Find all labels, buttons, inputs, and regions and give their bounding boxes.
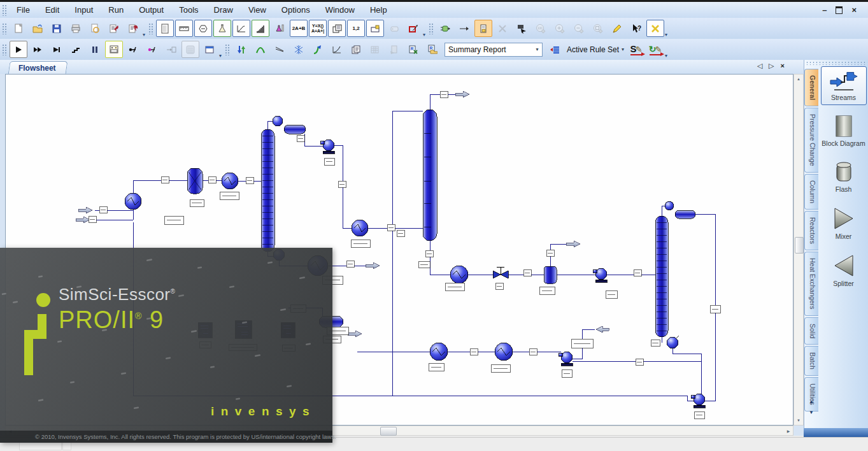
palette-tab-batch[interactable]: Batch [804,346,818,376]
tab-scroll-right-button[interactable]: ▷ [769,62,774,70]
palette-tab-solid[interactable]: Solid [804,317,818,345]
menu-tools[interactable]: Tools [171,3,206,17]
run-data-table-button[interactable] [513,20,530,37]
toolbar-grip-handle[interactable] [2,44,7,55]
report-format-select[interactable]: Summary Report ▾ [445,43,543,57]
step-button[interactable] [48,41,66,58]
line-plot-button[interactable] [232,20,250,37]
palette-tab-reactors[interactable]: Reactors [804,211,818,250]
case-study-button[interactable] [328,20,346,37]
run-stepwise-button[interactable] [67,41,85,58]
phase-envelope-button[interactable] [252,41,269,58]
calculator-button[interactable]: Y=X()A=A+| [309,20,327,37]
report-list-button[interactable] [546,41,564,58]
zoom-in-button[interactable] [551,20,569,37]
report-to-excel-button[interactable]: R [404,41,422,58]
palette-item-splitter[interactable]: Splitter [821,250,867,291]
add-unit-button[interactable] [436,20,454,37]
toolbar-overflow-button[interactable]: ▾ [143,32,145,38]
menu-draw[interactable]: Draw [206,3,241,17]
bar-chart-button[interactable] [252,20,269,37]
assay-button[interactable] [271,20,288,37]
window-view-button[interactable] [201,41,218,58]
toolbar-overflow-button[interactable]: ▾ [665,53,667,59]
spreadsheet-view-button[interactable] [366,41,384,58]
print-button[interactable] [67,20,85,37]
update-rules-button[interactable]: ↻✎ [646,44,665,55]
print-preview-button[interactable] [86,20,104,37]
connect-unit-button[interactable] [162,41,180,58]
context-help-button[interactable]: ? [627,20,645,37]
zoom-window-button[interactable] [589,20,607,37]
sequence-button[interactable]: 1,2 [347,20,365,37]
tab-flowsheet[interactable]: Flowsheet [8,61,68,75]
thermodynamic-data-button[interactable] [213,20,231,37]
tpxy-plot-button[interactable] [309,41,327,58]
scroll-up-button[interactable]: ▲ [794,75,803,83]
menubar-grip-handle[interactable] [2,4,7,16]
palette-item-mixer[interactable]: Mixer [821,203,867,244]
menu-file[interactable]: File [9,3,38,17]
palette-item-flash[interactable]: Flash [821,157,867,197]
tab-close-button[interactable]: × [781,62,785,70]
run-all-button[interactable] [29,41,46,58]
distillation-column-1[interactable] [261,129,274,252]
palette-tab-column[interactable]: Column [804,174,818,210]
measurement-units-button[interactable] [175,20,193,37]
palette-item-block-diagram[interactable]: Block Diagram [821,111,867,151]
menu-output[interactable]: Output [131,3,171,17]
palette-tab-heat-exchangers[interactable]: Heat Exchangers [804,252,818,316]
flowsheet-settings-button[interactable] [366,20,384,37]
active-rule-set-select[interactable]: Active Rule Set ▾ [564,45,627,54]
menu-options[interactable]: Options [274,3,318,17]
palette-item-streams[interactable]: Streams [821,66,867,105]
tab-scroll-left-button[interactable]: ◁ [757,62,762,70]
control-valve[interactable] [493,267,508,278]
chevron-down-icon[interactable]: ▾ [532,44,542,55]
report-to-file-button[interactable]: R [423,41,441,58]
new-file-button[interactable] [10,20,27,37]
pumps[interactable] [320,140,705,408]
vertical-scroll-thumb[interactable] [795,237,804,254]
menu-help[interactable]: Help [362,3,395,17]
reaction-data-button[interactable]: 2A+B [290,20,308,37]
palette-scroll-down-button[interactable]: ▼ [809,410,814,415]
uom-convert-button[interactable] [232,41,250,58]
pause-button[interactable] [86,41,104,58]
scroll-right-button[interactable]: ▶ [784,426,793,435]
curve-plot-button[interactable] [328,41,346,58]
edit-specs-button[interactable]: S✎ [627,44,646,55]
open-file-button[interactable] [29,20,46,37]
label-tool-button[interactable] [385,20,403,37]
horizontal-scroll-thumb[interactable] [380,427,397,436]
draw-annotation-button[interactable] [404,20,422,37]
toolbar-grip-handle[interactable] [2,23,7,34]
toolbar-grip-handle[interactable] [148,23,153,34]
add-stream-button[interactable] [455,20,473,37]
flowsheet-view-button[interactable] [105,41,123,58]
run-button[interactable] [10,41,27,58]
import-button[interactable] [105,20,123,37]
grid-settings-button[interactable] [181,41,199,58]
stream-data-button[interactable] [156,20,174,37]
toolbar-grip-handle[interactable] [225,44,230,55]
cut-button[interactable] [494,20,511,37]
distillation-column-3[interactable] [655,216,668,337]
pfd-view-button[interactable] [474,20,492,37]
zoom-out-button[interactable] [570,20,588,37]
palette-tab-general[interactable]: General [804,69,818,106]
export-results-button[interactable] [385,41,403,58]
stream-property-button[interactable] [124,41,142,58]
menu-window[interactable]: Window [318,3,362,17]
delete-button[interactable] [646,20,664,37]
pencil-tool-button[interactable] [608,20,626,37]
menu-edit[interactable]: Edit [38,3,67,17]
component-selection-button[interactable] [194,20,212,37]
stream-highlight-button[interactable] [143,41,161,58]
toolbar-overflow-button[interactable]: ▾ [423,32,425,38]
generate-report-button[interactable] [347,41,365,58]
restore-button[interactable] [836,6,843,14]
zoom-100-button[interactable]: 100 [532,20,550,37]
freeze-flowsheet-button[interactable] [290,41,308,58]
property-table-plot-button[interactable] [271,41,288,58]
